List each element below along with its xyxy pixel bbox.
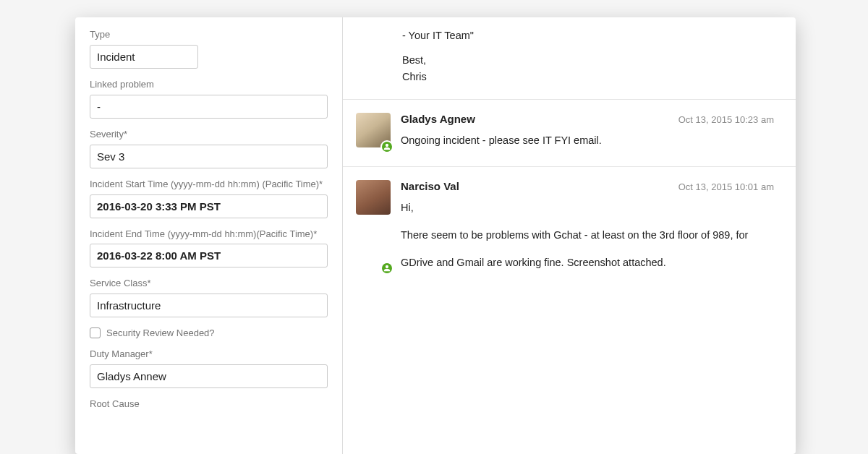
msg-line: - Your IT Team" [402, 27, 774, 43]
input-duty-manager[interactable] [90, 364, 328, 388]
avatar-image [356, 180, 391, 215]
field-security-review[interactable]: Security Review Needed? [90, 327, 328, 338]
presence-online-icon [380, 140, 393, 153]
message-timestamp: Oct 13, 2015 10:23 am [678, 114, 774, 125]
field-service-class: Service Class* [90, 278, 328, 317]
label-linked-problem: Linked problem [90, 79, 328, 91]
label-incident-end: Incident End Time (yyyy-mm-dd hh:mm)(Pac… [90, 228, 328, 241]
msg-line: GDrive and Gmail are working fine. Scree… [401, 253, 774, 272]
msg-line: Ongoing incident - please see IT FYI ema… [401, 131, 774, 150]
field-incident-start: Incident Start Time (yyyy-mm-dd hh:mm) (… [90, 179, 328, 218]
message-text: Hi, There seem to be problems with Gchat… [401, 198, 774, 272]
ticket-card: Type Linked problem Severity* Incident S… [75, 17, 796, 454]
msg-line: Best, [402, 52, 774, 68]
message-author: Gladys Agnew [401, 113, 475, 125]
field-severity: Severity* [90, 129, 328, 168]
field-incident-end: Incident End Time (yyyy-mm-dd hh:mm)(Pac… [90, 228, 328, 268]
msg-line: Hi, [401, 198, 774, 217]
input-severity[interactable] [90, 145, 328, 168]
field-linked-problem: Linked problem [90, 79, 328, 119]
message-body: Gladys Agnew Oct 13, 2015 10:23 am Ongoi… [401, 113, 774, 150]
checkbox-security-review[interactable] [90, 327, 101, 338]
msg-line: Chris [402, 69, 774, 85]
presence-online-icon [380, 262, 393, 275]
label-security-review: Security Review Needed? [106, 327, 215, 338]
label-type: Type [90, 29, 328, 41]
message-partial-top: - Your IT Team" Best, Chris [343, 17, 796, 100]
label-duty-manager: Duty Manager* [90, 348, 328, 361]
field-root-cause: Root Cause [90, 398, 328, 411]
input-incident-start[interactable] [90, 194, 328, 218]
input-type[interactable] [90, 45, 198, 69]
message-author: Narciso Val [401, 180, 459, 192]
label-incident-start: Incident Start Time (yyyy-mm-dd hh:mm) (… [90, 179, 328, 191]
message-text: Ongoing incident - please see IT FYI ema… [401, 131, 774, 150]
message-body: Narciso Val Oct 13, 2015 10:01 am Hi, Th… [401, 180, 774, 272]
message-timestamp: Oct 13, 2015 10:01 am [678, 181, 774, 192]
msg-line: There seem to be problems with Gchat - a… [401, 226, 774, 244]
label-severity: Severity* [90, 129, 328, 141]
message-item: Gladys Agnew Oct 13, 2015 10:23 am Ongoi… [343, 100, 796, 166]
field-type: Type [90, 29, 328, 69]
incident-form-panel: Type Linked problem Severity* Incident S… [75, 17, 343, 454]
message-item: Narciso Val Oct 13, 2015 10:01 am Hi, Th… [343, 167, 796, 288]
input-linked-problem[interactable] [90, 95, 328, 119]
message-header: Gladys Agnew Oct 13, 2015 10:23 am [401, 113, 774, 125]
avatar [356, 113, 391, 150]
label-root-cause: Root Cause [90, 398, 328, 411]
message-header: Narciso Val Oct 13, 2015 10:01 am [401, 180, 774, 192]
conversation-panel: - Your IT Team" Best, Chris Gladys Agnew… [343, 17, 796, 454]
label-service-class: Service Class* [90, 278, 328, 290]
avatar [356, 180, 391, 272]
field-duty-manager: Duty Manager* [90, 348, 328, 388]
input-incident-end[interactable] [90, 244, 328, 267]
input-service-class[interactable] [90, 294, 328, 317]
